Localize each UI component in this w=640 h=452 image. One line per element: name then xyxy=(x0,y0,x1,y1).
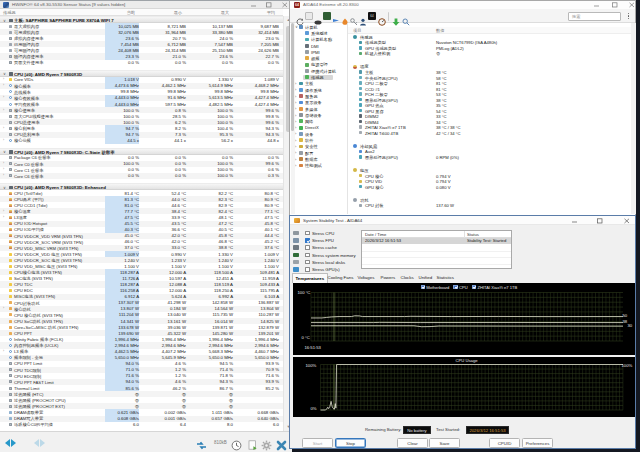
maximize-icon[interactable] xyxy=(596,218,603,224)
minimize-icon[interactable] xyxy=(571,218,578,224)
sensor-row[interactable]: ›核心倍频44.5 x44.1 x56.2 x44.8 x xyxy=(0,138,283,144)
tab-clocks[interactable]: Clocks xyxy=(398,273,416,283)
expand-icon[interactable]: › xyxy=(295,106,296,111)
reset-clock-icon[interactable] xyxy=(231,437,242,448)
expand-icon[interactable]: › xyxy=(295,138,296,143)
tab-temperatures[interactable]: Temperatures xyxy=(292,273,328,283)
stress-option-cache[interactable]: Stress cache xyxy=(293,245,363,252)
tree-scrollbar[interactable] xyxy=(291,23,295,214)
log-column-status[interactable]: Status xyxy=(467,232,479,237)
remote-sensor-icon[interactable] xyxy=(196,437,207,448)
stress-option-disk[interactable]: Stress local disks xyxy=(293,259,363,266)
stress-option-fpu[interactable]: Stress FPU xyxy=(293,237,363,244)
sensor-group-header[interactable]: ∨CPU [#0]: AMD Ryzen 7 9800X3D: C-State … xyxy=(0,148,283,155)
legend-item[interactable]: Motherboard xyxy=(421,285,450,290)
preferences-button[interactable]: Preferences xyxy=(522,438,553,449)
expand-icon[interactable]: › xyxy=(295,81,296,86)
close-icon[interactable] xyxy=(628,2,635,8)
sensor-reading-row[interactable]: CPU 封装137.60 W xyxy=(348,203,631,209)
sensor-reading-row[interactable]: ZHITAI Ti600 4TB42 °C / 34 °C xyxy=(348,130,631,136)
expand-icon[interactable]: › xyxy=(3,77,4,81)
minimize-icon[interactable] xyxy=(593,2,600,8)
expand-icon[interactable]: › xyxy=(295,100,296,105)
expand-icon[interactable]: › xyxy=(295,94,296,99)
checkbox-unchecked[interactable] xyxy=(305,245,310,250)
start-button[interactable]: Start xyxy=(302,438,333,449)
clear-button[interactable]: Clear xyxy=(397,438,428,449)
collapse-icon[interactable]: ∨ xyxy=(3,149,6,154)
expand-icon[interactable]: › xyxy=(3,306,4,310)
tree-scrollbar-thumb[interactable] xyxy=(291,23,294,131)
expand-icon[interactable]: › xyxy=(3,173,4,177)
expand-icon[interactable]: › xyxy=(3,138,4,142)
tab-unified[interactable]: Unified xyxy=(416,273,435,283)
stress-option-cpu[interactable]: Stress CPU xyxy=(293,230,363,237)
logging-icon[interactable] xyxy=(247,437,258,448)
legend-item[interactable]: CPU xyxy=(453,285,467,290)
log-column-datetime[interactable]: Date / Time xyxy=(365,232,386,237)
expand-icon[interactable]: › xyxy=(295,157,296,162)
download-arrow-icon[interactable] xyxy=(392,12,400,20)
column-sensor[interactable]: 传感器 xyxy=(3,10,16,15)
expand-icon[interactable]: › xyxy=(295,119,296,124)
legend-item[interactable]: ZHITAI XiaoYi e7 1TB xyxy=(472,285,518,290)
nav-back-icon[interactable] xyxy=(5,437,16,449)
tree-item-性能测试[interactable]: ›性能测试 xyxy=(295,163,348,169)
flame-icon[interactable] xyxy=(341,12,349,20)
save-button[interactable]: Save xyxy=(429,438,460,449)
sensor-group-header[interactable]: ∨CPU [#0]: AMD Ryzen 7 9800X3D: Enhanced xyxy=(0,183,283,190)
expand-icon[interactable]: › xyxy=(3,95,4,99)
column-maximum[interactable]: 最大 xyxy=(192,10,229,15)
hwinfo-titlebar[interactable]: HWiNFO® 64 v8.30-5530 Sensor Status [9 v… xyxy=(0,1,291,9)
close-icon[interactable] xyxy=(623,218,630,224)
close-icon[interactable] xyxy=(281,2,288,8)
stop-button[interactable]: Stop xyxy=(335,438,366,449)
expand-icon[interactable]: › xyxy=(295,87,296,92)
collapse-icon[interactable]: ∨ xyxy=(295,24,298,29)
cpuid-box-icon[interactable]: 64 xyxy=(368,12,376,20)
collapse-icon[interactable]: ∨ xyxy=(3,18,6,23)
expand-icon[interactable]: › xyxy=(295,163,296,168)
sensor-row[interactable]: ›Core C6 驻留率0.0 %0.0 %100.0 %0.3 % xyxy=(0,173,283,179)
checkbox-unchecked[interactable] xyxy=(305,260,310,265)
expand-icon[interactable]: › xyxy=(3,349,4,353)
sensor-row[interactable]: 活跃核心C0的平均值6.06.48.06.0 xyxy=(0,422,283,428)
search-input[interactable]: 搜索 xyxy=(568,12,621,21)
stress-option-mem[interactable]: Stress system memory xyxy=(293,252,363,259)
expand-icon[interactable]: › xyxy=(3,108,4,112)
column-average[interactable]: 平均 xyxy=(239,10,275,15)
tab-powers[interactable]: Powers xyxy=(378,273,398,283)
expand-icon[interactable]: › xyxy=(3,209,4,213)
user-icon[interactable] xyxy=(359,12,367,20)
chart-icon[interactable] xyxy=(314,12,322,20)
expand-icon[interactable]: › xyxy=(3,126,4,130)
flag-icon[interactable] xyxy=(332,12,340,20)
expand-icon[interactable]: › xyxy=(3,167,4,171)
sensor-group-header[interactable]: ∨CPU [#0]: AMD Ryzen 7 9800X3D xyxy=(0,70,283,77)
expand-icon[interactable]: › xyxy=(295,131,296,136)
gauge-icon[interactable] xyxy=(378,12,386,20)
sensor-reading-row[interactable]: 机箱入侵检测否 xyxy=(348,51,631,57)
expand-icon[interactable]: › xyxy=(295,144,296,149)
close-sensors-icon[interactable] xyxy=(276,437,287,448)
legend-checkbox-checked[interactable] xyxy=(421,285,425,289)
refresh-icon[interactable] xyxy=(296,12,304,20)
search-icon[interactable] xyxy=(402,12,410,20)
report-page-icon[interactable] xyxy=(305,12,313,20)
settings-gear-icon[interactable] xyxy=(261,437,272,448)
board-icon[interactable] xyxy=(323,12,331,20)
expand-icon[interactable]: › xyxy=(3,83,4,87)
expand-icon[interactable]: › xyxy=(295,113,296,118)
legend-checkbox-checked[interactable] xyxy=(453,285,457,289)
maximize-icon[interactable] xyxy=(611,2,618,8)
key-icon[interactable] xyxy=(350,12,358,20)
kebab-menu-icon[interactable] xyxy=(627,12,630,21)
content-scrollbar[interactable] xyxy=(631,23,636,214)
sensor-reading-row[interactable]: 图形处理器(GPU)0 RPM (0%) xyxy=(348,154,631,160)
aida64-titlebar[interactable]: 64 AIDA64 Extreme v8.20.8300 xyxy=(290,1,635,9)
log-row-selected[interactable]: 2026/3/12 16:51:53 Stability Test: Start… xyxy=(362,238,511,245)
expand-icon[interactable]: › xyxy=(295,150,296,155)
column-minimum[interactable]: 最小 xyxy=(145,10,182,15)
column-current[interactable]: 当前 xyxy=(105,10,135,15)
checkbox-unchecked[interactable] xyxy=(305,253,310,258)
